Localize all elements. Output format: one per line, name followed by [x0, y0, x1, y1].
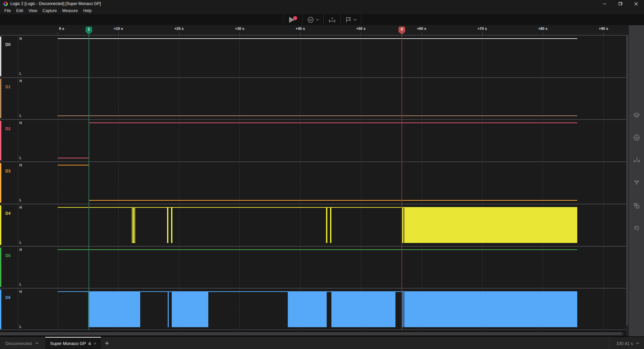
sidebar-layers-button[interactable] [633, 112, 640, 119]
wave-segment-d4 [58, 207, 132, 208]
wave-segment-d4 [172, 207, 326, 208]
sidebar-analyzers-button[interactable]: 1F [633, 134, 640, 141]
layers-icon [633, 112, 640, 119]
sidebar-extensions-button[interactable] [633, 202, 640, 209]
low-level-label: L [19, 325, 21, 329]
wave-edge-d4 [330, 207, 331, 243]
low-level-label: L [19, 72, 21, 76]
timing-marker-0[interactable]: 0 [398, 27, 405, 35]
channel-label-d5[interactable]: D5 [5, 253, 10, 258]
new-capture-tab-button[interactable]: + [102, 337, 112, 349]
close-button[interactable] [628, 0, 644, 7]
waveform-plot[interactable]: D0HLD1HLD2HLD3HLD4HLD5HLD6HL [0, 35, 626, 330]
toolbar-separator [361, 14, 361, 25]
minimize-button[interactable] [597, 0, 612, 7]
vertical-scrollbar-thumb[interactable] [626, 35, 628, 326]
maximize-icon [619, 2, 622, 6]
tab-close-button[interactable]: × [94, 341, 96, 346]
sidebar-annotations-button[interactable] [633, 179, 640, 187]
wave-edge-d4 [133, 207, 133, 243]
ruler-tick-label: 0 s [59, 27, 64, 31]
vertical-scrollbar[interactable] [626, 35, 629, 336]
menu-view[interactable]: View [26, 8, 40, 13]
ruler-tick-label: +10 s [114, 27, 123, 31]
sidebar-notes-button[interactable] [633, 225, 640, 232]
ruler-tick-mark [422, 32, 422, 35]
channel-color-strip [0, 205, 1, 245]
device-selector[interactable]: Disconnected [5, 337, 39, 349]
horizontal-scrollbar-thumb[interactable] [0, 332, 622, 335]
wave-segment-d0 [58, 38, 577, 39]
statusbar-divider [609, 337, 609, 349]
high-level-label: H [19, 79, 22, 83]
ruler-tick-mark [300, 32, 301, 35]
ruler-tick-mark [482, 32, 483, 35]
ruler-tick-label: +60 s [417, 27, 426, 31]
channel-label-d4[interactable]: D4 [5, 211, 10, 216]
timing-marker-1[interactable]: 1 [86, 27, 92, 35]
wave-edge-d4 [168, 207, 168, 243]
close-icon [634, 2, 638, 6]
menubar: FileEditViewCaptureMeasureHelp [0, 7, 644, 14]
high-level-label: H [19, 163, 22, 167]
marker-line-0[interactable] [401, 35, 402, 330]
right-sidebar: 1F 3 [629, 25, 644, 336]
wave-segment-d5 [58, 249, 577, 250]
channel-label-d2[interactable]: D2 [5, 127, 10, 131]
channel-row-d3[interactable]: D3HL [0, 161, 626, 204]
channel-row-d1[interactable]: D1HL [0, 77, 626, 119]
ruler-tick-mark [118, 32, 119, 35]
ruler-tick-label: +90 s [599, 27, 608, 31]
menu-file[interactable]: File [2, 8, 13, 13]
wave-segment-d6 [208, 291, 288, 292]
menu-capture[interactable]: Capture [40, 8, 60, 13]
measure-icon: 3 [328, 16, 336, 23]
high-level-label: H [19, 290, 22, 294]
statusbar: Disconnected Super Monaco GP × + 100.41 … [0, 336, 644, 349]
maximize-button[interactable] [612, 0, 628, 7]
low-level-label: L [19, 283, 21, 286]
flag-icon [345, 16, 352, 23]
channel-row-d5[interactable]: D5HL [0, 246, 626, 288]
wave-segment-d4 [402, 207, 404, 243]
wave-segment-d6 [58, 291, 88, 292]
ruler-tick-label: +80 s [538, 27, 547, 31]
window-title: Logic 2 [Logic - Disconnected] [Super Mo… [10, 1, 101, 6]
menu-measure[interactable]: Measure [60, 8, 81, 13]
device-status-label: Disconnected [5, 341, 32, 346]
start-capture-button[interactable] [283, 14, 302, 25]
channel-row-d2[interactable]: D2HL [0, 119, 626, 161]
channel-label-d6[interactable]: D6 [5, 295, 10, 300]
funnel-flag-icon [633, 179, 640, 187]
high-level-label: H [19, 121, 22, 125]
channel-row-d4[interactable]: D4HL [0, 204, 626, 246]
capture-tab-title: Super Monaco GP [50, 341, 86, 346]
wave-edge-d4 [172, 207, 172, 243]
menu-help[interactable]: Help [80, 8, 94, 13]
capture-duration-control[interactable]: 100.41 s [616, 337, 639, 349]
capture-duration-value: 100.41 s [616, 341, 633, 346]
wave-segment-d6 [168, 291, 169, 327]
wave-segment-d4 [404, 207, 578, 243]
measurements-button[interactable]: 3 [324, 14, 340, 25]
sidebar-measurements-button[interactable]: 3 [633, 156, 640, 164]
wave-segment-d6 [169, 291, 172, 292]
channel-label-d1[interactable]: D1 [5, 85, 10, 89]
timing-markers-button[interactable] [341, 14, 361, 25]
marker-line-1[interactable] [89, 35, 89, 330]
app-logo-icon [3, 2, 8, 6]
capture-tab[interactable]: Super Monaco GP × [45, 337, 101, 349]
wave-segment-d2 [58, 158, 89, 158]
channel-color-strip [0, 121, 1, 160]
wave-segment-d6 [402, 291, 404, 327]
channel-label-d0[interactable]: D0 [5, 42, 10, 47]
channel-row-d6[interactable]: D6HL [0, 288, 626, 330]
high-level-label: H [19, 37, 22, 41]
channel-row-d0[interactable]: D0HL [0, 35, 626, 77]
timeline-ruler[interactable]: 0 s+10 s+20 s+30 s+40 s+50 s+60 s+70 s+8… [0, 25, 629, 35]
horizontal-scrollbar[interactable] [0, 332, 625, 336]
svg-text:1F: 1F [309, 18, 312, 21]
channel-label-d3[interactable]: D3 [5, 169, 10, 173]
analyzers-button[interactable]: 1F [303, 14, 323, 25]
menu-edit[interactable]: Edit [13, 8, 26, 13]
